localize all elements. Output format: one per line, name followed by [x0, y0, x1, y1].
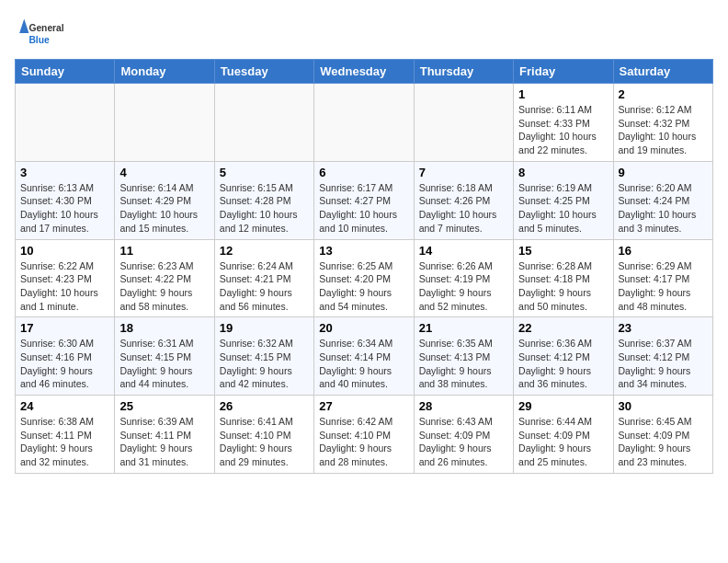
day-number: 21 [419, 321, 508, 335]
calendar-cell [214, 84, 313, 162]
calendar-cell: 12Sunrise: 6:24 AM Sunset: 4:21 PM Dayli… [214, 239, 313, 317]
day-number: 4 [119, 166, 209, 179]
calendar-cell: 24Sunrise: 6:38 AM Sunset: 4:11 PM Dayli… [16, 396, 115, 474]
day-info: Sunrise: 6:43 AM Sunset: 4:09 PM Dayligh… [419, 415, 508, 469]
calendar-cell [16, 84, 115, 162]
weekday-header: Wednesday [314, 60, 414, 84]
calendar-cell: 2Sunrise: 6:12 AM Sunset: 4:32 PM Daylig… [613, 84, 712, 162]
day-number: 6 [319, 166, 408, 179]
day-info: Sunrise: 6:25 AM Sunset: 4:20 PM Dayligh… [319, 259, 408, 314]
day-info: Sunrise: 6:13 AM Sunset: 4:30 PM Dayligh… [20, 181, 109, 236]
logo-svg: General Blue [15, 15, 70, 52]
day-number: 10 [20, 244, 109, 258]
day-info: Sunrise: 6:26 AM Sunset: 4:19 PM Dayligh… [419, 259, 508, 314]
calendar-cell: 27Sunrise: 6:42 AM Sunset: 4:10 PM Dayli… [314, 396, 414, 474]
day-number: 18 [119, 321, 209, 335]
day-number: 5 [220, 166, 309, 179]
day-info: Sunrise: 6:19 AM Sunset: 4:25 PM Dayligh… [518, 181, 608, 236]
calendar-cell: 5Sunrise: 6:15 AM Sunset: 4:28 PM Daylig… [214, 161, 313, 239]
day-number: 15 [518, 244, 608, 258]
day-number: 24 [20, 399, 109, 413]
day-number: 30 [619, 399, 708, 413]
day-number: 17 [20, 321, 109, 335]
calendar-cell: 18Sunrise: 6:31 AM Sunset: 4:15 PM Dayli… [115, 317, 214, 396]
calendar-cell: 4Sunrise: 6:14 AM Sunset: 4:29 PM Daylig… [115, 161, 214, 239]
day-info: Sunrise: 6:17 AM Sunset: 4:27 PM Dayligh… [319, 181, 408, 236]
day-number: 19 [220, 321, 309, 335]
calendar-cell: 22Sunrise: 6:36 AM Sunset: 4:12 PM Dayli… [514, 317, 613, 396]
day-info: Sunrise: 6:37 AM Sunset: 4:12 PM Dayligh… [619, 337, 708, 391]
calendar-cell: 21Sunrise: 6:35 AM Sunset: 4:13 PM Dayli… [414, 317, 513, 396]
day-number: 13 [319, 244, 408, 258]
weekday-header: Saturday [613, 60, 712, 84]
day-info: Sunrise: 6:20 AM Sunset: 4:24 PM Dayligh… [619, 181, 708, 236]
calendar-cell: 29Sunrise: 6:44 AM Sunset: 4:09 PM Dayli… [514, 396, 613, 474]
calendar-cell: 28Sunrise: 6:43 AM Sunset: 4:09 PM Dayli… [414, 396, 513, 474]
weekday-header: Friday [514, 60, 613, 84]
day-info: Sunrise: 6:39 AM Sunset: 4:11 PM Dayligh… [119, 415, 209, 469]
day-info: Sunrise: 6:24 AM Sunset: 4:21 PM Dayligh… [220, 259, 309, 314]
svg-text:Blue: Blue [28, 35, 50, 45]
day-number: 1 [518, 87, 608, 101]
weekday-header: Sunday [16, 60, 115, 84]
day-number: 20 [319, 321, 408, 335]
day-number: 26 [220, 399, 309, 413]
calendar-cell: 17Sunrise: 6:30 AM Sunset: 4:16 PM Dayli… [16, 317, 115, 396]
calendar-table: SundayMondayTuesdayWednesdayThursdayFrid… [15, 59, 713, 474]
day-number: 16 [619, 244, 708, 258]
calendar-cell: 11Sunrise: 6:23 AM Sunset: 4:22 PM Dayli… [115, 239, 214, 317]
day-info: Sunrise: 6:22 AM Sunset: 4:23 PM Dayligh… [20, 259, 109, 314]
day-info: Sunrise: 6:34 AM Sunset: 4:14 PM Dayligh… [319, 337, 408, 391]
weekday-header: Monday [115, 60, 214, 84]
day-info: Sunrise: 6:45 AM Sunset: 4:09 PM Dayligh… [619, 415, 708, 469]
calendar-cell: 30Sunrise: 6:45 AM Sunset: 4:09 PM Dayli… [613, 396, 712, 474]
day-info: Sunrise: 6:15 AM Sunset: 4:28 PM Dayligh… [220, 181, 309, 236]
calendar-header-row: SundayMondayTuesdayWednesdayThursdayFrid… [16, 60, 713, 84]
page-header: General Blue [15, 15, 713, 52]
calendar-cell: 3Sunrise: 6:13 AM Sunset: 4:30 PM Daylig… [16, 161, 115, 239]
calendar-cell: 1Sunrise: 6:11 AM Sunset: 4:33 PM Daylig… [514, 84, 613, 162]
day-number: 8 [518, 166, 608, 179]
day-number: 29 [518, 399, 608, 413]
calendar-cell [115, 84, 214, 162]
calendar-cell: 26Sunrise: 6:41 AM Sunset: 4:10 PM Dayli… [214, 396, 313, 474]
calendar-cell: 6Sunrise: 6:17 AM Sunset: 4:27 PM Daylig… [314, 161, 414, 239]
day-info: Sunrise: 6:32 AM Sunset: 4:15 PM Dayligh… [220, 337, 309, 391]
calendar-cell: 9Sunrise: 6:20 AM Sunset: 4:24 PM Daylig… [613, 161, 712, 239]
calendar-cell: 20Sunrise: 6:34 AM Sunset: 4:14 PM Dayli… [314, 317, 414, 396]
calendar-cell: 13Sunrise: 6:25 AM Sunset: 4:20 PM Dayli… [314, 239, 414, 317]
calendar-cell [414, 84, 513, 162]
svg-text:General: General [28, 23, 63, 33]
day-info: Sunrise: 6:35 AM Sunset: 4:13 PM Dayligh… [419, 337, 508, 391]
calendar-cell: 14Sunrise: 6:26 AM Sunset: 4:19 PM Dayli… [414, 239, 513, 317]
day-info: Sunrise: 6:36 AM Sunset: 4:12 PM Dayligh… [518, 337, 608, 391]
calendar-cell: 25Sunrise: 6:39 AM Sunset: 4:11 PM Dayli… [115, 396, 214, 474]
day-info: Sunrise: 6:42 AM Sunset: 4:10 PM Dayligh… [319, 415, 408, 469]
weekday-header: Thursday [414, 60, 513, 84]
day-info: Sunrise: 6:38 AM Sunset: 4:11 PM Dayligh… [20, 415, 109, 469]
day-info: Sunrise: 6:30 AM Sunset: 4:16 PM Dayligh… [20, 337, 109, 391]
calendar-cell [314, 84, 414, 162]
day-number: 11 [119, 244, 209, 258]
day-number: 2 [619, 87, 708, 101]
calendar-cell: 10Sunrise: 6:22 AM Sunset: 4:23 PM Dayli… [16, 239, 115, 317]
calendar-cell: 8Sunrise: 6:19 AM Sunset: 4:25 PM Daylig… [514, 161, 613, 239]
calendar-week-row: 1Sunrise: 6:11 AM Sunset: 4:33 PM Daylig… [16, 84, 713, 162]
day-number: 28 [419, 399, 508, 413]
day-number: 27 [319, 399, 408, 413]
calendar-week-row: 24Sunrise: 6:38 AM Sunset: 4:11 PM Dayli… [16, 396, 713, 474]
calendar-cell: 19Sunrise: 6:32 AM Sunset: 4:15 PM Dayli… [214, 317, 313, 396]
calendar-cell: 7Sunrise: 6:18 AM Sunset: 4:26 PM Daylig… [414, 161, 513, 239]
weekday-header: Tuesday [214, 60, 313, 84]
calendar-cell: 15Sunrise: 6:28 AM Sunset: 4:18 PM Dayli… [514, 239, 613, 317]
svg-marker-2 [19, 19, 28, 33]
day-info: Sunrise: 6:23 AM Sunset: 4:22 PM Dayligh… [119, 259, 209, 314]
day-info: Sunrise: 6:44 AM Sunset: 4:09 PM Dayligh… [518, 415, 608, 469]
day-info: Sunrise: 6:28 AM Sunset: 4:18 PM Dayligh… [518, 259, 608, 314]
day-number: 25 [119, 399, 209, 413]
calendar-cell: 23Sunrise: 6:37 AM Sunset: 4:12 PM Dayli… [613, 317, 712, 396]
day-info: Sunrise: 6:31 AM Sunset: 4:15 PM Dayligh… [119, 337, 209, 391]
day-number: 12 [220, 244, 309, 258]
day-number: 9 [619, 166, 708, 179]
day-info: Sunrise: 6:18 AM Sunset: 4:26 PM Dayligh… [419, 181, 508, 236]
